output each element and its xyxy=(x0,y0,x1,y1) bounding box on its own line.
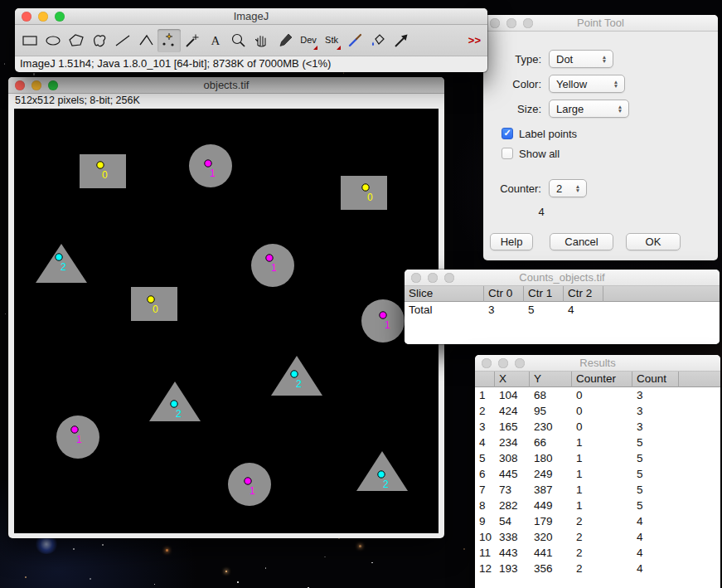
table-cell: 0 xyxy=(572,387,632,403)
rectangle-tool[interactable] xyxy=(18,29,41,52)
column-header[interactable]: Slice xyxy=(405,286,484,302)
color-label: Color: xyxy=(490,78,541,90)
image-canvas[interactable]: 000111112222 xyxy=(14,109,439,533)
column-header[interactable]: Ctr 0 xyxy=(484,286,524,302)
results-row[interactable]: 530818015 xyxy=(475,450,720,466)
imagej-titlebar[interactable]: ImageJ xyxy=(15,8,487,25)
point-marker-counter1[interactable] xyxy=(71,426,78,433)
freehand-tool[interactable] xyxy=(88,29,111,52)
ok-button[interactable]: OK xyxy=(626,233,681,250)
oval-tool[interactable] xyxy=(41,29,65,52)
counts-titlebar[interactable]: Counts_objects.tif xyxy=(405,270,720,286)
results-row[interactable]: 11046803 xyxy=(475,387,720,403)
table-cell: 3 xyxy=(632,387,679,403)
column-header[interactable] xyxy=(475,372,495,387)
table-cell: 3 xyxy=(632,419,679,435)
point-marker-counter1[interactable] xyxy=(380,312,386,318)
stk-tool-label: Stk xyxy=(325,35,338,45)
size-dropdown[interactable]: Large ▲▼ xyxy=(549,100,629,118)
stk-tool[interactable]: Stk xyxy=(320,29,343,52)
results-row[interactable]: 1033832024 xyxy=(475,529,720,545)
column-header[interactable]: Counter xyxy=(572,372,632,387)
results-row[interactable]: 1144344124 xyxy=(475,545,720,561)
results-row[interactable]: 828244915 xyxy=(475,498,720,513)
point-label: 1 xyxy=(271,262,277,274)
wand-tool[interactable] xyxy=(181,29,204,52)
results-row[interactable]: 24249503 xyxy=(475,403,720,419)
hand-tool[interactable] xyxy=(250,29,274,52)
table-cell: 1 xyxy=(572,482,632,498)
point-marker-counter0[interactable] xyxy=(362,184,369,191)
point-marker-counter1[interactable] xyxy=(266,255,273,261)
point-marker-counter1[interactable] xyxy=(245,478,251,484)
image-window-titlebar[interactable]: objects.tif xyxy=(8,77,444,94)
table-cell: 2 xyxy=(572,529,632,545)
size-label: Size: xyxy=(490,103,541,115)
point-tool-titlebar[interactable]: Point Tool xyxy=(483,15,718,32)
cancel-button[interactable]: Cancel xyxy=(550,233,613,250)
point-marker-counter2[interactable] xyxy=(291,371,298,377)
help-button[interactable]: Help xyxy=(490,233,533,250)
show-all-label: Show all xyxy=(519,148,560,160)
column-header[interactable]: X xyxy=(495,372,530,387)
results-row[interactable]: 1219335624 xyxy=(475,561,720,576)
point-tool[interactable] xyxy=(157,29,181,52)
table-cell: 2 xyxy=(572,545,632,561)
window-title: ImageJ xyxy=(15,8,487,25)
column-header[interactable]: Y xyxy=(530,372,572,387)
bright-star xyxy=(166,549,168,552)
results-row[interactable]: 42346615 xyxy=(475,435,720,450)
column-header[interactable]: Ctr 2 xyxy=(564,286,603,302)
table-cell: 3 xyxy=(484,302,524,318)
stepper-icon: ▲▼ xyxy=(614,104,626,113)
results-titlebar[interactable]: Results xyxy=(475,355,720,372)
point-marker-counter2[interactable] xyxy=(56,254,62,260)
point-marker-counter0[interactable] xyxy=(97,162,104,168)
column-header[interactable]: Ctr 1 xyxy=(524,286,564,302)
table-cell: 11 xyxy=(475,545,495,561)
column-header-filler xyxy=(603,286,720,302)
table-cell: Total xyxy=(405,302,484,318)
results-row[interactable]: 77338715 xyxy=(475,482,720,498)
point-marker-counter1[interactable] xyxy=(205,160,211,167)
table-cell: 443 xyxy=(495,545,530,561)
text-tool[interactable]: A xyxy=(204,29,227,52)
results-row[interactable]: 316523003 xyxy=(475,419,720,435)
table-cell: 234 xyxy=(495,435,530,450)
brush-tool[interactable] xyxy=(343,29,366,52)
star xyxy=(73,548,75,550)
menu-indicator-icon xyxy=(337,46,341,50)
picker-tool[interactable] xyxy=(274,29,297,52)
more-tools-button[interactable]: >> xyxy=(468,29,481,52)
table-cell: 449 xyxy=(530,498,572,513)
zoom-tool[interactable] xyxy=(227,29,250,52)
polygon-tool[interactable] xyxy=(65,29,88,52)
results-row[interactable]: 644524915 xyxy=(475,466,720,482)
show-all-checkbox[interactable] xyxy=(502,148,513,159)
line-tool[interactable] xyxy=(111,29,134,52)
color-value: Yellow xyxy=(556,78,610,90)
counts-row[interactable]: Total354 xyxy=(405,302,720,318)
counts-table-body: Total354 xyxy=(405,302,720,344)
window-title: objects.tif xyxy=(8,77,444,94)
angle-tool[interactable] xyxy=(134,29,157,52)
table-cell: 282 xyxy=(495,498,530,513)
color-dropdown[interactable]: Yellow ▲▼ xyxy=(549,75,625,93)
table-cell: 165 xyxy=(495,419,530,435)
stepper-icon: ▲▼ xyxy=(598,55,610,63)
counter-dropdown[interactable]: 2 ▲▼ xyxy=(549,179,587,197)
point-label: 1 xyxy=(250,485,255,497)
results-row[interactable]: 95417924 xyxy=(475,513,720,529)
table-cell: 441 xyxy=(530,545,572,561)
table-cell: 2 xyxy=(572,561,632,576)
point-marker-counter0[interactable] xyxy=(148,296,154,303)
fill-tool[interactable] xyxy=(366,29,390,52)
counter-label: Counter: xyxy=(490,182,541,195)
dev-tool[interactable]: Dev xyxy=(297,29,320,52)
label-points-checkbox[interactable] xyxy=(502,128,513,139)
column-header[interactable]: Count xyxy=(632,372,679,387)
point-marker-counter2[interactable] xyxy=(171,401,177,407)
arrow-tool[interactable] xyxy=(390,29,413,52)
type-dropdown[interactable]: Dot ▲▼ xyxy=(549,50,613,68)
point-marker-counter2[interactable] xyxy=(378,471,385,478)
